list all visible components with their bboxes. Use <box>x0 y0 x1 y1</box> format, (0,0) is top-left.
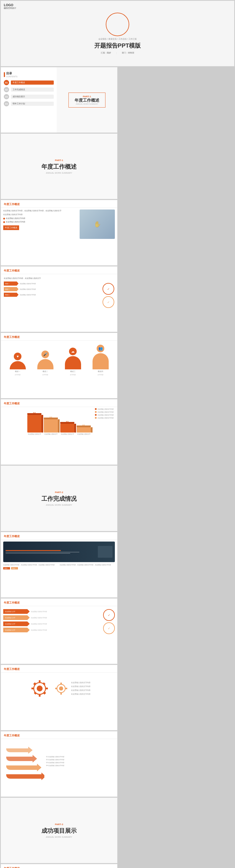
svg-rect-4 <box>31 688 34 689</box>
title-circle <box>106 12 129 36</box>
contents-title: 目录 <box>6 71 18 75</box>
contents-item-2: 02 工作完成情况 <box>4 87 54 92</box>
svg-rect-2 <box>39 680 40 683</box>
svg-rect-6 <box>33 682 36 685</box>
main-title: 开题报告PPT模版 <box>94 42 141 50</box>
section-title: 年度工作概述 <box>1 732 117 739</box>
svg-rect-14 <box>55 688 57 689</box>
contents-item-4: 04 明年工作计划 <box>4 101 54 106</box>
contents-header: 目录 CONTENTS <box>4 71 54 78</box>
section-title: 年度工作概述 <box>1 665 117 673</box>
slide-3d-blocks: 年度工作概述 04 在这里输入您的文字 03 在这里输入您的文字 <box>1 399 118 465</box>
section-title: 年度工作概述 <box>1 200 117 208</box>
section-title: 年度工作概述 <box>1 598 117 606</box>
curved-arrows-svg <box>3 742 44 780</box>
svg-rect-8 <box>43 682 45 685</box>
logo: LOGO 融恒空间设计 <box>4 3 16 10</box>
gear-small-svg <box>53 681 69 697</box>
slide-part1: PART-1 年度工作概述 ANNUAL WORK SUMMARY <box>1 133 118 199</box>
svg-rect-13 <box>60 693 62 694</box>
svg-marker-16 <box>41 773 44 780</box>
svg-marker-18 <box>33 755 37 763</box>
slide-part3-divider: PART-3 成功项目展示 ANNUAL WORK SUMMARY <box>1 798 118 863</box>
slide-work-arrows-right: 年度工作概述 在这里输入您的文字内容，在这里输入您的文字 概述一 在这里输入您的… <box>1 266 118 332</box>
gear-svg <box>28 677 52 700</box>
slide-contents: 目录 CONTENTS 01 年度工作概述 02 工作完成情况 03 成功项目展… <box>1 67 118 133</box>
svg-point-11 <box>59 686 63 690</box>
contents-sub: CONTENTS <box>6 75 18 78</box>
subtitle: 会议报告 / 座谈交流 / 工作总结 / 工作汇报 <box>98 38 137 40</box>
contents-item-1: 01 年度工作概述 <box>4 80 54 85</box>
section-title: 年度工作概述 <box>1 864 117 868</box>
section-title: 年度工作概述 <box>1 267 117 274</box>
slide-office-photo: 年度工作概述 在这里输入您的文字内容，在这里输入您的文字内容，在这里输入您的文字… <box>1 532 118 598</box>
svg-rect-12 <box>60 683 62 684</box>
slide-building-photos: 年度工作概述 🏗 🏢 项目一 项目二 在这里输入您的文字内容 <box>1 864 118 868</box>
part1-content: PART-1 年度工作概述 ANNUAL WORK SUMMARY <box>41 159 77 174</box>
contents-item-3: 03 成功项目展示 <box>4 94 54 99</box>
contents-bar <box>4 72 5 77</box>
slide-title: LOGO 融恒空间设计 会议报告 / 座谈交流 / 工作总结 / 工作汇报 开题… <box>1 1 234 66</box>
svg-rect-9 <box>34 692 37 694</box>
slide-curved-arrows: 年度工作概述 <box>1 731 118 797</box>
slides-container: LOGO 融恒空间设计 会议报告 / 座谈交流 / 工作总结 / 工作汇报 开题… <box>0 0 235 868</box>
slide-part2-divider: PART-2 工作完成情况 ANNUAL WORK SUMMARY <box>1 465 118 531</box>
slide-arrows-list: 年度工作概述 在这里输入文字 在这里输入您的文字内容 在这里输入文字 在这里输入… <box>1 598 118 664</box>
svg-marker-17 <box>37 764 41 771</box>
section-title: 年度工作概述 <box>1 532 117 540</box>
slide-gear: 年度工作概述 <box>1 665 118 731</box>
slide-icons-semi: 年度工作概述 ♥ 概述一 文字内容 🎤 概述二 文字内容 ☁ 概述三 文字内容 <box>1 333 118 398</box>
svg-rect-5 <box>45 688 48 689</box>
section-title: 年度工作概述 <box>1 399 117 407</box>
svg-rect-3 <box>39 694 40 697</box>
info-row: 汇报：顾妤 | 部门：销售部 <box>99 52 136 54</box>
svg-marker-19 <box>28 747 33 754</box>
svg-rect-7 <box>43 692 46 694</box>
section-title: 年度工作概述 <box>1 333 117 341</box>
slide-work-img: 年度工作概述 在这里输入您的文字内容，在这里输入您的文字内容，在这里输入您的文字… <box>1 200 118 266</box>
svg-rect-15 <box>66 688 67 689</box>
svg-point-1 <box>37 685 43 691</box>
